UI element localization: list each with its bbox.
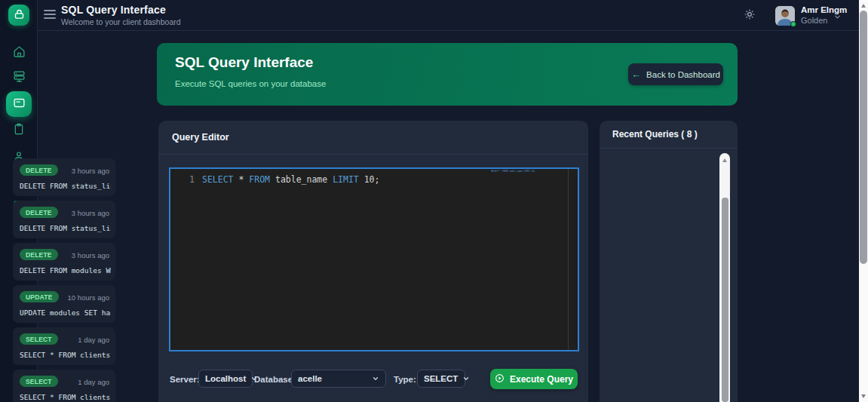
type-label: Type:: [394, 375, 416, 384]
query-preview: UPDATE modules SET has_se…: [20, 308, 111, 317]
server-label: Server:: [170, 375, 200, 384]
home-icon: [13, 45, 26, 61]
scroll-up-arrow[interactable]: [722, 158, 727, 162]
navbar-titles: SQL Query Interface Welcome to your clie…: [61, 4, 181, 26]
clipboard-icon: [13, 123, 25, 138]
app-window: SQL Query Interface Welcome to your clie…: [0, 0, 868, 402]
query-timestamp: 1 day ago: [78, 378, 109, 386]
recent-query-item[interactable]: DELETE 3 hours ago DELETE FROM status_li…: [13, 158, 115, 196]
page-scrollbar[interactable]: [859, 0, 868, 402]
execute-query-button[interactable]: Execute Query: [490, 369, 578, 389]
line-number: 1: [170, 173, 195, 186]
sql-keyword: FROM: [249, 174, 275, 185]
recent-query-item[interactable]: DELETE 3 hours ago DELETE FROM modules W…: [13, 243, 115, 281]
recent-queries-header: Recent Queries ( 8 ): [600, 121, 738, 149]
chevron-down-icon: [372, 375, 379, 382]
query-type-badge: UPDATE: [20, 291, 59, 302]
query-type-badge: SELECT: [20, 333, 58, 345]
database-label: Database:: [254, 375, 296, 384]
sidebar-item-hosting[interactable]: [0, 69, 38, 87]
query-timestamp: 10 hours ago: [68, 293, 109, 302]
recent-list-scrollbar[interactable]: [719, 153, 730, 402]
back-to-dashboard-button[interactable]: ← Back to Dashboard: [628, 63, 723, 85]
back-arrow-icon: ←: [631, 69, 641, 79]
recent-queries-title: Recent Queries ( 8 ): [612, 129, 698, 140]
page-subtitle: Welcome to your client dashboard: [61, 17, 181, 26]
user-role: Golden: [801, 16, 827, 25]
type-value: SELECT: [424, 374, 458, 383]
server-icon: [13, 70, 26, 86]
query-editor-title: Query Editor: [172, 132, 229, 143]
sql-operator: *: [238, 174, 249, 185]
sun-icon: [744, 9, 755, 23]
query-editor-panel: Query Editor 1SELECT * FROM table_name L…: [158, 121, 588, 402]
scrollbar-thumb[interactable]: [860, 11, 867, 264]
top-navbar: SQL Query Interface Welcome to your clie…: [38, 0, 859, 31]
theme-toggle-button[interactable]: [741, 7, 759, 25]
query-editor-header: Query Editor: [158, 121, 588, 155]
page-title: SQL Query Interface: [61, 4, 181, 16]
query-timestamp: 3 hours ago: [72, 167, 109, 175]
database-window-icon: [13, 97, 26, 112]
query-preview: SELECT * FROM clients LIM…: [20, 351, 111, 359]
type-select[interactable]: SELECT: [417, 370, 465, 388]
sql-header-card: SQL Query Interface Execute SQL queries …: [157, 43, 738, 106]
recent-query-item[interactable]: SELECT 1 day ago SELECT * FROM clients L…: [13, 327, 115, 365]
execute-query-label: Execute Query: [510, 374, 573, 385]
sidebar-item-home[interactable]: [0, 44, 38, 62]
recent-query-item[interactable]: UPDATE 10 hours ago UPDATE modules SET h…: [13, 285, 115, 323]
back-button-label: Back to Dashboard: [646, 70, 720, 79]
server-select[interactable]: Localhost: [198, 370, 253, 388]
editor-minimap: SELECT * FROM table_name LIMIT 10;: [491, 170, 559, 172]
query-type-badge: SELECT: [20, 376, 58, 387]
sql-keyword: SELECT: [202, 174, 238, 185]
server-value: Localhost: [205, 374, 246, 383]
hero-subtitle: Execute SQL queries on your database: [175, 79, 326, 88]
scrollbar-thumb[interactable]: [722, 198, 728, 402]
sql-identifier: table_name: [275, 174, 333, 185]
sidebar-item-sql-active[interactable]: [6, 91, 32, 117]
chevron-down-icon: [462, 375, 470, 382]
query-type-badge: DELETE: [20, 249, 58, 260]
query-timestamp: 3 hours ago: [72, 209, 109, 217]
app-logo[interactable]: [8, 5, 29, 26]
scroll-up-arrow[interactable]: [861, 4, 866, 8]
query-preview: DELETE FROM status_list W…: [20, 182, 111, 190]
query-timestamp: 3 hours ago: [72, 251, 109, 259]
query-timestamp: 1 day ago: [78, 336, 109, 344]
recent-query-item[interactable]: DELETE 3 hours ago DELETE FROM status_li…: [13, 201, 115, 238]
query-type-badge: DELETE: [20, 164, 58, 176]
query-preview: DELETE FROM status_list W…: [20, 224, 111, 232]
query-preview: SELECT * FROM clients LIM…: [20, 393, 111, 401]
recent-query-item[interactable]: SELECT 1 day ago SELECT * FROM clients L…: [13, 370, 115, 402]
sql-code-editor[interactable]: 1SELECT * FROM table_name LIMIT 10; SELE…: [169, 167, 579, 351]
chevron-down-icon[interactable]: [833, 11, 842, 24]
recent-queries-panel: Recent Queries ( 8 ): [600, 121, 738, 402]
query-type-badge: DELETE: [20, 207, 58, 218]
hero-title: SQL Query Interface: [175, 54, 313, 71]
sql-number: 10;: [364, 174, 380, 185]
sql-keyword: LIMIT: [333, 174, 364, 185]
query-preview: DELETE FROM modules WHERE…: [20, 266, 111, 275]
play-circle-icon: [495, 373, 505, 386]
menu-toggle-icon[interactable]: [44, 10, 56, 20]
lock-icon: [14, 8, 25, 23]
database-select[interactable]: acelle: [291, 370, 386, 388]
editor-scrollbar[interactable]: [568, 169, 569, 350]
scroll-down-arrow[interactable]: [861, 394, 866, 398]
online-status-dot: [790, 21, 796, 27]
database-value: acelle: [298, 374, 322, 383]
code-line-1: 1SELECT * FROM table_name LIMIT 10;: [170, 173, 578, 186]
sidebar-item-tasks[interactable]: [0, 121, 38, 140]
